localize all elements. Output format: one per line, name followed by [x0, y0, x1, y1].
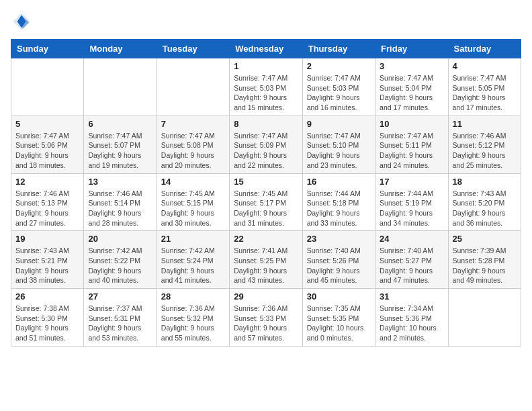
day-number-20: 20	[88, 234, 152, 244]
day-number-30: 30	[307, 291, 371, 302]
day-number-31: 31	[380, 291, 443, 302]
day-info-30: Sunrise: 7:35 AMSunset: 5:35 PMDaylight:…	[307, 304, 371, 343]
day-info-25: Sunrise: 7:39 AMSunset: 5:28 PMDaylight:…	[453, 246, 517, 285]
week-row-5: 26Sunrise: 7:38 AMSunset: 5:30 PMDayligh…	[11, 289, 521, 347]
empty-cell	[157, 58, 229, 116]
day-header-thursday: Thursday	[302, 40, 375, 58]
day-cell-9: 9Sunrise: 7:47 AMSunset: 5:10 PMDaylight…	[302, 116, 375, 173]
day-info-11: Sunrise: 7:46 AMSunset: 5:12 PMDaylight:…	[453, 131, 517, 171]
day-number-3: 3	[380, 61, 443, 71]
day-info-15: Sunrise: 7:45 AMSunset: 5:17 PMDaylight:…	[234, 189, 298, 228]
day-info-27: Sunrise: 7:37 AMSunset: 5:31 PMDaylight:…	[88, 304, 152, 343]
day-cell-3: 3Sunrise: 7:47 AMSunset: 5:04 PMDaylight…	[375, 58, 448, 116]
day-cell-10: 10Sunrise: 7:47 AMSunset: 5:11 PMDayligh…	[375, 116, 448, 173]
day-number-6: 6	[88, 119, 152, 129]
day-header-sunday: Sunday	[11, 40, 84, 58]
day-cell-25: 25Sunrise: 7:39 AMSunset: 5:28 PMDayligh…	[448, 231, 521, 289]
day-cell-8: 8Sunrise: 7:47 AMSunset: 5:09 PMDaylight…	[230, 116, 302, 173]
day-info-6: Sunrise: 7:47 AMSunset: 5:07 PMDaylight:…	[88, 131, 152, 171]
day-number-25: 25	[453, 234, 517, 244]
day-info-5: Sunrise: 7:47 AMSunset: 5:06 PMDaylight:…	[15, 131, 79, 171]
day-header-friday: Friday	[375, 40, 448, 58]
day-info-26: Sunrise: 7:38 AMSunset: 5:30 PMDaylight:…	[15, 304, 79, 343]
day-cell-22: 22Sunrise: 7:41 AMSunset: 5:25 PMDayligh…	[230, 231, 302, 289]
day-info-19: Sunrise: 7:43 AMSunset: 5:21 PMDaylight:…	[15, 246, 79, 285]
day-cell-1: 1Sunrise: 7:47 AMSunset: 5:03 PMDaylight…	[230, 58, 302, 116]
day-cell-16: 16Sunrise: 7:44 AMSunset: 5:18 PMDayligh…	[302, 173, 375, 231]
day-info-29: Sunrise: 7:36 AMSunset: 5:33 PMDaylight:…	[234, 304, 298, 343]
day-info-8: Sunrise: 7:47 AMSunset: 5:09 PMDaylight:…	[234, 131, 298, 171]
day-number-22: 22	[234, 234, 298, 244]
day-number-21: 21	[161, 234, 225, 244]
calendar-table: SundayMondayTuesdayWednesdayThursdayFrid…	[11, 39, 521, 347]
day-cell-26: 26Sunrise: 7:38 AMSunset: 5:30 PMDayligh…	[11, 289, 84, 347]
day-info-28: Sunrise: 7:36 AMSunset: 5:32 PMDaylight:…	[161, 304, 225, 343]
day-cell-2: 2Sunrise: 7:47 AMSunset: 5:03 PMDaylight…	[302, 58, 375, 116]
day-info-18: Sunrise: 7:43 AMSunset: 5:20 PMDaylight:…	[453, 189, 517, 228]
day-cell-27: 27Sunrise: 7:37 AMSunset: 5:31 PMDayligh…	[84, 289, 157, 347]
day-number-12: 12	[15, 177, 79, 187]
logo-icon	[11, 11, 32, 32]
day-number-5: 5	[15, 119, 79, 129]
empty-cell	[448, 289, 521, 347]
day-header-tuesday: Tuesday	[157, 40, 229, 58]
day-info-21: Sunrise: 7:42 AMSunset: 5:24 PMDaylight:…	[161, 246, 225, 285]
day-number-11: 11	[453, 119, 517, 129]
day-info-16: Sunrise: 7:44 AMSunset: 5:18 PMDaylight:…	[307, 189, 371, 228]
day-number-8: 8	[234, 119, 298, 129]
empty-cell	[11, 58, 84, 116]
day-number-7: 7	[161, 119, 225, 129]
day-cell-31: 31Sunrise: 7:34 AMSunset: 5:36 PMDayligh…	[375, 289, 448, 347]
day-number-18: 18	[453, 177, 517, 187]
week-row-2: 5Sunrise: 7:47 AMSunset: 5:06 PMDaylight…	[11, 116, 521, 173]
day-number-2: 2	[307, 61, 371, 71]
day-info-12: Sunrise: 7:46 AMSunset: 5:13 PMDaylight:…	[15, 189, 79, 228]
calendar-header-row: SundayMondayTuesdayWednesdayThursdayFrid…	[11, 40, 521, 58]
day-info-24: Sunrise: 7:40 AMSunset: 5:27 PMDaylight:…	[380, 246, 443, 285]
day-cell-15: 15Sunrise: 7:45 AMSunset: 5:17 PMDayligh…	[230, 173, 302, 231]
day-info-10: Sunrise: 7:47 AMSunset: 5:11 PMDaylight:…	[380, 131, 443, 171]
day-number-19: 19	[15, 234, 79, 244]
day-number-26: 26	[15, 291, 79, 302]
day-cell-28: 28Sunrise: 7:36 AMSunset: 5:32 PMDayligh…	[157, 289, 229, 347]
day-header-monday: Monday	[84, 40, 157, 58]
page-header	[11, 11, 521, 32]
day-cell-17: 17Sunrise: 7:44 AMSunset: 5:19 PMDayligh…	[375, 173, 448, 231]
day-number-29: 29	[234, 291, 298, 302]
day-cell-24: 24Sunrise: 7:40 AMSunset: 5:27 PMDayligh…	[375, 231, 448, 289]
day-cell-18: 18Sunrise: 7:43 AMSunset: 5:20 PMDayligh…	[448, 173, 521, 231]
day-number-14: 14	[161, 177, 225, 187]
day-number-17: 17	[380, 177, 443, 187]
day-number-24: 24	[380, 234, 443, 244]
day-cell-12: 12Sunrise: 7:46 AMSunset: 5:13 PMDayligh…	[11, 173, 84, 231]
day-info-17: Sunrise: 7:44 AMSunset: 5:19 PMDaylight:…	[380, 189, 443, 228]
day-number-28: 28	[161, 291, 225, 302]
logo	[11, 11, 35, 32]
day-number-1: 1	[234, 61, 298, 71]
day-info-2: Sunrise: 7:47 AMSunset: 5:03 PMDaylight:…	[307, 73, 371, 113]
day-cell-19: 19Sunrise: 7:43 AMSunset: 5:21 PMDayligh…	[11, 231, 84, 289]
day-number-16: 16	[307, 177, 371, 187]
day-info-20: Sunrise: 7:42 AMSunset: 5:22 PMDaylight:…	[88, 246, 152, 285]
day-number-9: 9	[307, 119, 371, 129]
empty-cell	[84, 58, 157, 116]
day-info-7: Sunrise: 7:47 AMSunset: 5:08 PMDaylight:…	[161, 131, 225, 171]
day-info-1: Sunrise: 7:47 AMSunset: 5:03 PMDaylight:…	[234, 73, 298, 113]
day-number-13: 13	[88, 177, 152, 187]
week-row-4: 19Sunrise: 7:43 AMSunset: 5:21 PMDayligh…	[11, 231, 521, 289]
week-row-3: 12Sunrise: 7:46 AMSunset: 5:13 PMDayligh…	[11, 173, 521, 231]
day-info-9: Sunrise: 7:47 AMSunset: 5:10 PMDaylight:…	[307, 131, 371, 171]
day-cell-4: 4Sunrise: 7:47 AMSunset: 5:05 PMDaylight…	[448, 58, 521, 116]
day-info-14: Sunrise: 7:45 AMSunset: 5:15 PMDaylight:…	[161, 189, 225, 228]
day-cell-11: 11Sunrise: 7:46 AMSunset: 5:12 PMDayligh…	[448, 116, 521, 173]
day-cell-30: 30Sunrise: 7:35 AMSunset: 5:35 PMDayligh…	[302, 289, 375, 347]
day-info-23: Sunrise: 7:40 AMSunset: 5:26 PMDaylight:…	[307, 246, 371, 285]
day-info-13: Sunrise: 7:46 AMSunset: 5:14 PMDaylight:…	[88, 189, 152, 228]
day-cell-23: 23Sunrise: 7:40 AMSunset: 5:26 PMDayligh…	[302, 231, 375, 289]
day-number-27: 27	[88, 291, 152, 302]
day-number-23: 23	[307, 234, 371, 244]
day-header-saturday: Saturday	[448, 40, 521, 58]
day-number-15: 15	[234, 177, 298, 187]
day-info-31: Sunrise: 7:34 AMSunset: 5:36 PMDaylight:…	[380, 304, 443, 343]
day-info-4: Sunrise: 7:47 AMSunset: 5:05 PMDaylight:…	[453, 73, 517, 113]
